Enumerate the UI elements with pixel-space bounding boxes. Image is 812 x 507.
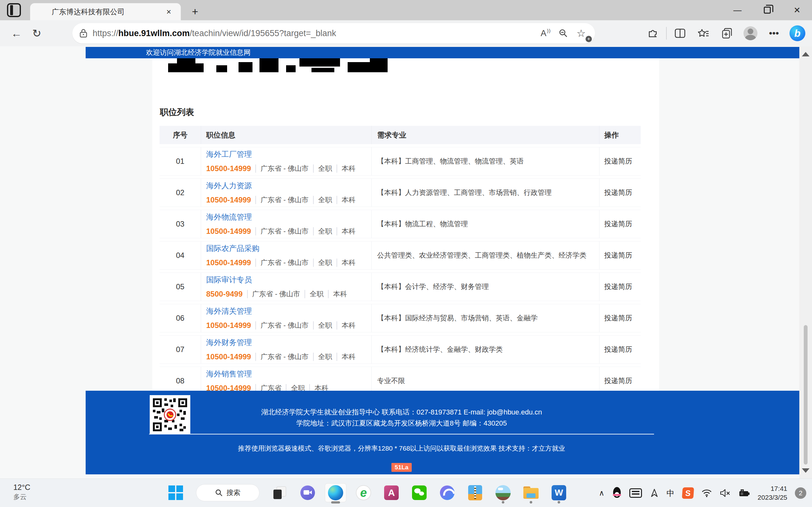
volume-muted-icon[interactable] xyxy=(720,489,730,498)
zoom-out-icon[interactable] xyxy=(554,25,572,42)
footer-note: 推荐使用浏览器极速模式、谷歌浏览器，分辨率1280 * 768以上访问以获取最佳… xyxy=(149,444,654,453)
file-explorer-icon[interactable] xyxy=(523,485,539,500)
job-title-link[interactable]: 海外工厂管理 xyxy=(206,149,368,159)
edge-app-icon[interactable] xyxy=(328,485,343,500)
word-logo-icon: W xyxy=(552,485,566,500)
apply-resume-link[interactable]: 投递简历 xyxy=(604,345,632,353)
browser-toolbar: ← ↻ https://hbue.91wllm.com/teachin/view… xyxy=(0,20,812,46)
apply-resume-link[interactable]: 投递简历 xyxy=(604,188,632,196)
edge-logo-icon xyxy=(328,485,343,500)
job-location: 广东省 - 佛山市 xyxy=(260,258,309,268)
running-indicator xyxy=(502,501,504,504)
qq-tray-icon[interactable] xyxy=(612,487,622,499)
col-header-index: 序号 xyxy=(159,126,201,144)
meta-divider xyxy=(337,353,337,361)
battery-charging-icon[interactable] xyxy=(738,489,750,498)
job-index: 03 xyxy=(159,210,201,238)
job-index: 02 xyxy=(159,178,201,207)
job-title-link[interactable]: 海外清关管理 xyxy=(206,306,368,316)
job-majors: 【本科】物流工程、物流管理 xyxy=(372,210,600,238)
tab-actions-icon[interactable] xyxy=(7,3,21,17)
bing-chat-icon[interactable]: b xyxy=(787,24,808,43)
job-action-cell: 投递简历 xyxy=(600,241,641,270)
apply-resume-link[interactable]: 投递简历 xyxy=(604,377,632,385)
collections-icon[interactable] xyxy=(717,24,737,43)
job-type: 全职 xyxy=(318,321,332,330)
job-location: 广东省 - 佛山市 xyxy=(260,321,309,330)
scrollbar-thumb[interactable] xyxy=(804,325,808,464)
keyboard-icon xyxy=(629,488,642,498)
tab-close-icon[interactable]: × xyxy=(163,6,174,17)
wechat-logo-icon xyxy=(412,486,426,500)
job-action-cell: 投递简历 xyxy=(600,210,641,238)
apply-resume-link[interactable]: 投递简历 xyxy=(604,220,632,228)
browser-tab-bar: 广东博达科技有限公司 × + — ✕ xyxy=(0,0,812,20)
settings-more-icon[interactable]: ••• xyxy=(764,24,784,43)
apply-resume-link[interactable]: 投递简历 xyxy=(604,251,632,259)
address-bar[interactable]: https://hbue.91wllm.com/teachin/view/id/… xyxy=(72,23,595,43)
extensions-icon[interactable] xyxy=(643,24,663,43)
page-scrollbar[interactable] xyxy=(799,46,812,478)
browser-tab[interactable]: 广东博达科技有限公司 × xyxy=(30,3,181,20)
job-location: 广东省 - 佛山市 xyxy=(260,227,309,236)
archiver-app-icon[interactable] xyxy=(467,485,483,500)
meta-divider xyxy=(255,227,256,235)
access-app-icon[interactable]: A xyxy=(384,485,399,500)
weather-widget[interactable]: 12°C 多云 xyxy=(13,483,31,502)
job-title-link[interactable]: 海外人力资源 xyxy=(206,181,368,191)
taskbar: 12°C 多云 搜索 e A W ∧ xyxy=(0,478,812,507)
job-title-link[interactable]: 国际农产品采购 xyxy=(206,243,368,253)
job-title-link[interactable]: 海外销售管理 xyxy=(206,369,368,379)
scroll-up-icon[interactable] xyxy=(802,52,809,56)
close-button[interactable]: ✕ xyxy=(782,0,812,20)
new-tab-button[interactable]: + xyxy=(189,5,201,18)
word-app-icon[interactable]: W xyxy=(551,485,566,500)
tray-overflow-chevron-icon[interactable]: ∧ xyxy=(599,489,605,498)
restore-button[interactable] xyxy=(752,0,782,20)
stats-badge-51la[interactable]: 51La xyxy=(392,463,411,472)
table-header-row: 序号 职位信息 需求专业 操作 xyxy=(159,126,641,144)
wifi-icon[interactable] xyxy=(701,489,712,497)
job-location: 广东省 - 佛山市 xyxy=(260,164,309,173)
clock-widget[interactable]: 17:41 2023/3/25 xyxy=(758,484,787,502)
profile-avatar[interactable] xyxy=(740,24,761,43)
back-icon[interactable]: ← xyxy=(6,24,27,43)
tray-time: 17:41 xyxy=(758,484,787,493)
add-favorite-icon[interactable]: ☆+ xyxy=(572,25,590,42)
photos-thumbnail-icon xyxy=(496,485,511,500)
read-aloud-icon[interactable]: A)) xyxy=(537,25,554,42)
job-action-cell: 投递简历 xyxy=(600,147,641,176)
apply-resume-link[interactable]: 投递简历 xyxy=(604,283,632,291)
s-app-tray-icon[interactable]: S xyxy=(682,487,694,499)
job-salary: 10500-14999 xyxy=(206,352,251,361)
apply-resume-link[interactable]: 投递简历 xyxy=(604,314,632,322)
wechat-app-icon[interactable] xyxy=(412,485,427,500)
scroll-down-icon[interactable] xyxy=(802,468,809,473)
location-tray-icon[interactable] xyxy=(650,488,659,498)
task-view-button[interactable] xyxy=(272,485,287,500)
taskbar-search[interactable]: 搜索 xyxy=(196,484,259,501)
chat-app-icon[interactable] xyxy=(300,485,315,500)
zip-logo-icon xyxy=(468,485,482,500)
job-majors: 【本科】经济统计学、金融学、财政学类 xyxy=(372,335,600,364)
media-app-icon[interactable] xyxy=(440,485,455,500)
refresh-icon[interactable]: ↻ xyxy=(27,24,47,43)
notification-count-badge[interactable]: 2 xyxy=(795,487,806,499)
photos-app-icon[interactable] xyxy=(496,485,511,500)
job-type: 全职 xyxy=(310,289,323,299)
col-header-info: 职位信息 xyxy=(201,126,372,144)
job-title-link[interactable]: 海外财务管理 xyxy=(206,337,368,348)
job-title-link[interactable]: 国际审计专员 xyxy=(206,275,368,285)
meta-divider xyxy=(313,321,314,330)
job-title-link[interactable]: 海外物流管理 xyxy=(206,212,368,222)
ime-indicator[interactable]: 中 xyxy=(667,488,675,498)
touch-keyboard-icon[interactable] xyxy=(629,488,642,498)
job-degree: 本科 xyxy=(342,195,356,205)
browser-360-app-icon[interactable]: e xyxy=(356,485,371,500)
minimize-button[interactable]: — xyxy=(722,0,752,20)
start-button[interactable] xyxy=(168,485,183,500)
job-degree: 本科 xyxy=(342,258,356,268)
split-screen-icon[interactable] xyxy=(670,24,690,43)
apply-resume-link[interactable]: 投递简历 xyxy=(604,157,632,165)
favorites-icon[interactable] xyxy=(693,24,714,43)
